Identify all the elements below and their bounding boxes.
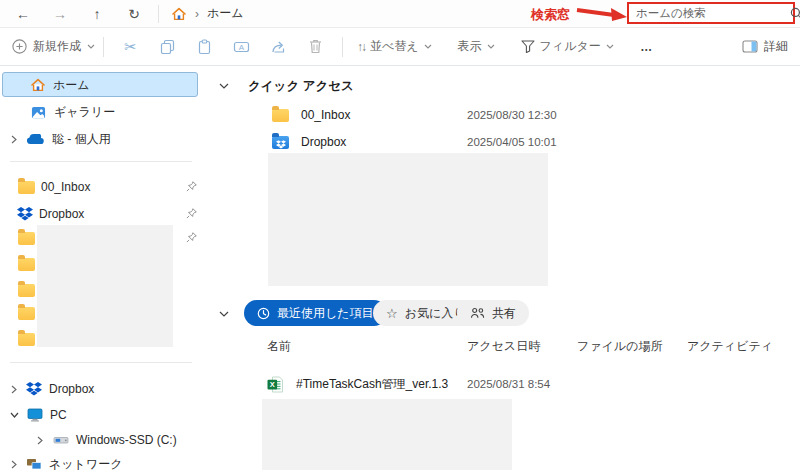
quick-access-section-header: クイック アクセス — [214, 77, 354, 95]
quick-access-row-00-inbox[interactable]: 00_Inbox 2025/08/30 12:30 — [210, 102, 800, 128]
svg-text:A: A — [239, 42, 245, 51]
home-icon — [30, 77, 46, 93]
quick-access-row-dropbox[interactable]: Dropbox 2025/04/05 10:01 — [210, 129, 800, 155]
chevron-down-icon — [487, 44, 495, 49]
sidebar-item-label: Dropbox — [39, 207, 84, 221]
command-toolbar: 新規作成 ✂ A — [0, 28, 800, 66]
rename-button[interactable]: A — [223, 33, 260, 61]
tab-recent-items[interactable]: 最近使用した項目 — [244, 300, 387, 326]
drive-icon — [53, 434, 69, 446]
new-item-label: 新規作成 — [33, 38, 81, 55]
back-button[interactable]: ← — [9, 2, 37, 26]
paste-button[interactable] — [186, 33, 223, 61]
search-box — [627, 2, 795, 24]
chevron-down-icon[interactable] — [219, 311, 229, 317]
search-input[interactable] — [629, 4, 790, 22]
more-options-button[interactable]: … — [632, 40, 662, 54]
sidebar-item-pc[interactable]: PC — [0, 403, 201, 427]
chevron-right-icon[interactable] — [11, 135, 17, 144]
redaction-block — [268, 153, 548, 286]
file-explorer-window: ← → ↑ ↻ › ホーム 検索窓 — [0, 0, 800, 472]
folder-icon — [18, 181, 35, 194]
sidebar-item-label: Dropbox — [49, 382, 94, 396]
sidebar-divider — [10, 362, 192, 363]
sidebar-item-label: PC — [50, 408, 67, 422]
details-pane-label: 詳細 — [764, 38, 788, 55]
sidebar-item-folder-redacted[interactable] — [0, 301, 201, 325]
sidebar-item-dropbox-tree[interactable]: Dropbox — [0, 377, 201, 401]
details-pane-button[interactable]: 詳細 — [742, 38, 788, 55]
sidebar-item-home[interactable]: ホーム — [0, 73, 201, 97]
annotation-arrow-icon — [576, 4, 628, 22]
search-icon[interactable] — [790, 7, 800, 20]
cut-button[interactable]: ✂ — [112, 33, 149, 61]
chevron-right-icon[interactable] — [11, 460, 17, 469]
file-date: 2025/08/31 8:54 — [467, 378, 550, 390]
people-icon — [470, 307, 485, 319]
file-name: 00_Inbox — [301, 108, 350, 122]
excel-file-icon: X — [267, 376, 284, 393]
home-icon[interactable] — [171, 6, 187, 22]
folder-icon — [18, 333, 35, 346]
sidebar-item-folder-redacted[interactable] — [0, 252, 201, 276]
onedrive-cloud-icon — [27, 134, 44, 145]
sidebar-item-folder-redacted[interactable] — [0, 226, 201, 250]
filter-button[interactable]: フィルター — [521, 38, 614, 55]
column-header-file-location[interactable]: ファイルの場所 — [577, 338, 662, 355]
filter-label: フィルター — [540, 38, 601, 55]
sidebar-item-gallery[interactable]: ギャラリー — [0, 100, 201, 124]
sidebar-item-onedrive[interactable]: 聡 - 個人用 — [0, 127, 201, 151]
dropbox-icon — [17, 207, 33, 221]
sidebar-item-windows-ssd[interactable]: Windows-SSD (C:) — [0, 428, 201, 452]
breadcrumb-chevron-icon: › — [195, 7, 199, 21]
section-title: クイック アクセス — [248, 78, 354, 95]
column-header-name[interactable]: 名前 — [267, 338, 291, 355]
clock-icon — [257, 307, 270, 320]
folder-icon — [18, 307, 35, 320]
column-header-access-date[interactable]: アクセス日時 — [467, 338, 540, 355]
sidebar-item-folder-redacted[interactable] — [0, 327, 201, 351]
recent-file-row[interactable]: X #TimeTaskCash管理_ver.1.3 2025/08/31 8:5… — [210, 371, 800, 397]
funnel-icon — [521, 40, 535, 53]
sidebar-item-dropbox-pinned[interactable]: Dropbox — [0, 202, 201, 226]
folder-icon — [272, 109, 289, 122]
svg-text:X: X — [270, 380, 275, 389]
breadcrumb: › ホーム — [165, 5, 244, 22]
folder-icon — [18, 284, 35, 297]
chevron-down-icon[interactable] — [10, 412, 19, 418]
dropbox-icon — [26, 382, 42, 396]
up-button[interactable]: ↑ — [83, 2, 111, 26]
chevron-right-icon[interactable] — [37, 436, 43, 445]
sidebar-item-label: 聡 - 個人用 — [52, 131, 111, 148]
forward-button[interactable]: → — [46, 2, 74, 26]
sidebar-item-00-inbox[interactable]: 00_Inbox — [0, 175, 201, 199]
delete-button[interactable] — [297, 33, 334, 61]
share-button[interactable] — [260, 33, 297, 61]
copy-button[interactable] — [149, 33, 186, 61]
refresh-button[interactable]: ↻ — [120, 2, 148, 26]
tab-label: 共有 — [492, 305, 516, 322]
sidebar-item-label: ギャラリー — [54, 104, 115, 121]
address-bar-divider — [158, 5, 159, 23]
annotation-label: 検索窓 — [531, 6, 570, 24]
view-button[interactable]: 表示 — [458, 38, 495, 55]
chevron-right-icon[interactable] — [11, 385, 17, 394]
pin-icon — [186, 208, 197, 222]
pin-icon — [186, 232, 197, 246]
sidebar-item-label: Windows-SSD (C:) — [76, 433, 177, 447]
breadcrumb-current[interactable]: ホーム — [207, 5, 244, 22]
chevron-down-icon[interactable] — [219, 83, 229, 89]
sort-label: 並べ替え — [370, 38, 419, 55]
tab-shared[interactable]: 共有 — [457, 300, 529, 326]
sidebar-item-folder-redacted[interactable] — [0, 278, 201, 302]
network-icon — [26, 458, 42, 470]
sort-button[interactable]: ↑↓ 並べ替え — [357, 38, 432, 55]
chevron-down-icon — [424, 44, 432, 49]
column-header-activity[interactable]: アクティビティ — [687, 338, 773, 355]
star-icon: ☆ — [386, 307, 398, 320]
new-item-button[interactable]: 新規作成 — [12, 38, 95, 55]
pin-icon — [186, 181, 197, 195]
sidebar-item-network[interactable]: ネットワーク — [0, 452, 201, 472]
file-name: Dropbox — [301, 135, 346, 149]
sidebar-item-label: ホーム — [53, 77, 90, 94]
